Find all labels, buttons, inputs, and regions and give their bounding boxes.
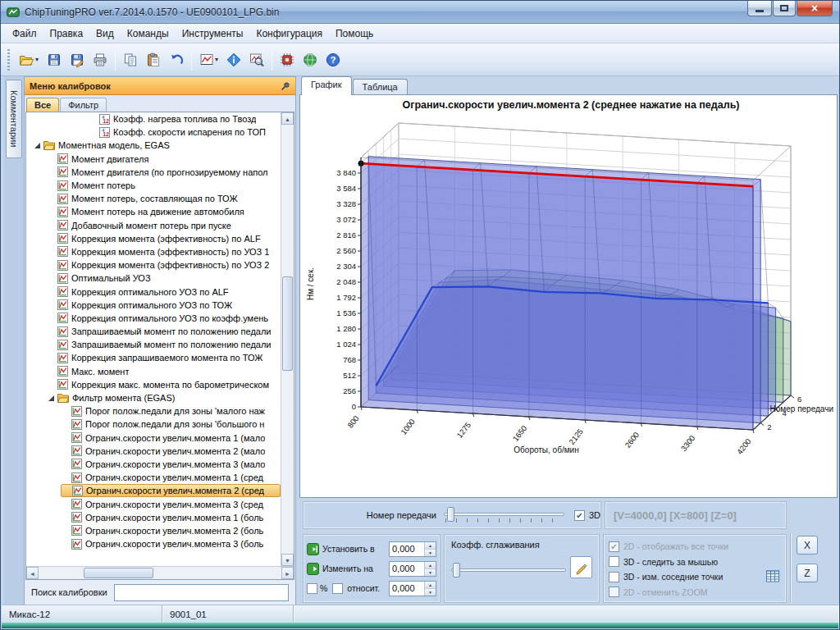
title-bar[interactable]: ChipTuningPRO ver.7.2014.0.1570 - UE0900… (1, 1, 839, 24)
scroll-left-icon[interactable]: ◄ (26, 567, 39, 579)
spin-up-icon[interactable]: ▲ (425, 582, 436, 589)
change-value-spinner[interactable]: 0,000 ▲▼ (389, 561, 436, 577)
tree-item[interactable]: Огранич.скорости увелич.момента 3 (сред (26, 497, 281, 510)
zoom-button[interactable] (246, 48, 267, 71)
scroll-down-icon[interactable]: ▼ (281, 554, 294, 566)
spin-up-icon[interactable]: ▲ (425, 562, 436, 569)
spin-down-icon[interactable]: ▼ (425, 550, 436, 556)
expand-toggle-icon[interactable] (34, 143, 43, 148)
copy-button[interactable] (120, 48, 141, 71)
tree-item[interactable]: Момент двигателя (26, 153, 281, 166)
filter-tab-Фильтр[interactable]: Фильтр (60, 98, 107, 112)
horizontal-scroll-thumb[interactable] (84, 568, 153, 578)
calibration-search-input[interactable] (114, 584, 289, 601)
relative-field[interactable]: 0,000 (390, 582, 424, 596)
tree-item[interactable]: Момент потерь, составляющая по ТОЖ (26, 192, 281, 205)
set-value-field[interactable]: 0,000 (390, 542, 424, 556)
relative-spinner[interactable]: 0,000 ▲▼ (389, 581, 436, 596)
print-button[interactable] (89, 48, 111, 71)
tree-item[interactable]: Запрашиваемый момент по положению педали (26, 338, 281, 351)
tree-item[interactable]: Момент потерь на движение автомобиля (26, 205, 281, 218)
tree-item[interactable]: Порог полож.педали для зоны 'малого наж (26, 404, 281, 418)
open-button[interactable]: ▾ (16, 48, 42, 71)
option-checkbox-1[interactable]: 3D - следить за мышью (609, 555, 781, 570)
3d-checkbox-box[interactable]: ✔ (574, 510, 585, 521)
menu-item-1[interactable]: Правка (43, 24, 90, 43)
relative-checkbox[interactable] (332, 583, 343, 594)
minimize-button[interactable] (747, 1, 772, 16)
tree-item[interactable]: Макс. момент (26, 365, 281, 378)
tree-item[interactable]: Момент двигателя (по прогнозируемому нап… (26, 166, 281, 179)
tree-horizontal-scrollbar[interactable]: ◄ ► (26, 566, 294, 579)
tree-item[interactable]: Огранич.скорости увелич.момента 2 (сред (26, 484, 281, 497)
save-as-button[interactable] (66, 48, 88, 71)
gear-slider[interactable] (444, 505, 564, 525)
tree-item[interactable]: Коррекция момента (эффективность) по УОЗ… (26, 258, 281, 272)
tree-item[interactable]: Коррекция оптимального УОЗ по ALF (26, 285, 281, 298)
axis-button-x[interactable]: X (797, 536, 818, 555)
slider-track[interactable] (451, 568, 566, 572)
tree-item[interactable]: Коррекция оптимального УОЗ по коэфф.умен… (26, 312, 281, 325)
info-button[interactable] (223, 48, 244, 71)
slider-thumb[interactable] (447, 507, 454, 522)
tree-item[interactable]: Огранич.скорости увелич.момента 1 (мало (26, 431, 281, 445)
spin-up-icon[interactable]: ▲ (425, 542, 436, 550)
expand-toggle-icon[interactable] (48, 395, 57, 401)
maximize-button[interactable] (773, 1, 796, 16)
menu-item-3[interactable]: Команды (121, 24, 176, 43)
percent-checkbox[interactable] (307, 583, 317, 594)
module-button[interactable] (276, 48, 298, 71)
menu-item-6[interactable]: Помощь (329, 24, 380, 43)
menu-item-5[interactable]: Конфигурация (249, 24, 329, 43)
checkbox-box[interactable] (609, 556, 619, 567)
spin-down-icon[interactable]: ▼ (425, 569, 436, 576)
spin-down-icon[interactable]: ▼ (425, 589, 436, 596)
tree-item[interactable]: 412Коэфф. нагрева топлива по Твозд (26, 112, 281, 126)
tree-item[interactable]: Огранич.скорости увелич.момента 1 (боль (26, 511, 281, 524)
tree-item[interactable]: Огранич.скорости увелич.момента 3 (мало (26, 458, 281, 471)
tree-item[interactable]: Коррекция запрашиваемого момента по ТОЖ (26, 351, 281, 364)
connect-button[interactable] (299, 48, 321, 71)
menu-item-4[interactable]: Инструменты (176, 24, 250, 43)
pin-icon[interactable] (281, 81, 290, 91)
tree-item[interactable]: Оптимальный УОЗ (26, 272, 281, 285)
tree-item[interactable]: Огранич.скорости увелич.момента 2 (боль (26, 524, 281, 537)
tree-item[interactable]: Добавочный момент потерь при пуске (26, 219, 281, 232)
comments-tab[interactable]: Комментарии (6, 80, 22, 158)
tree-item[interactable]: Коррекция оптимального УОЗ по ТОЖ (26, 299, 281, 312)
tree-item[interactable]: Коррекция момента (эффективность) по УОЗ… (26, 245, 281, 258)
edit-scale-button[interactable] (570, 556, 592, 578)
tree-item[interactable]: Коррекция макс. момента по барометрическ… (26, 378, 281, 391)
tab-Таблица[interactable]: Таблица (353, 79, 408, 94)
slider-thumb[interactable] (453, 563, 460, 578)
tree-folder[interactable]: Фильтр момента (EGAS) (26, 391, 281, 404)
tree-item[interactable]: Огранич.скорости увелич.момента 2 (мало (26, 445, 281, 458)
smoothing-slider[interactable] (451, 561, 566, 581)
tree-item[interactable]: Запрашиваемый момент по положению педали (26, 325, 281, 338)
undo-button[interactable] (166, 48, 187, 71)
menu-item-2[interactable]: Вид (89, 24, 121, 43)
tab-График[interactable]: График (301, 76, 352, 95)
filter-tab-Все[interactable]: Все (26, 98, 59, 112)
tree-vertical-scrollbar[interactable]: ▲ ▼ (281, 112, 294, 566)
paste-button[interactable] (143, 48, 164, 71)
close-button[interactable]: × (797, 1, 833, 16)
tree-folder[interactable]: Моментная модель, EGAS (26, 139, 281, 152)
save-button[interactable] (43, 48, 65, 71)
grid-icon[interactable] (766, 570, 779, 582)
menu-item-0[interactable]: Файл (6, 24, 43, 43)
tree-item[interactable]: Огранич.скорости увелич.момента 3 (боль (26, 537, 281, 550)
scroll-right-icon[interactable]: ► (281, 567, 294, 579)
set-value-spinner[interactable]: 0,000 ▲▼ (389, 541, 436, 557)
scroll-up-icon[interactable]: ▲ (281, 112, 294, 125)
checkbox-box[interactable] (609, 572, 619, 582)
toolbar-grip[interactable] (7, 49, 10, 71)
change-value-field[interactable]: 0,000 (390, 562, 424, 576)
vertical-scroll-thumb[interactable] (282, 276, 293, 371)
chart-3d[interactable]: Огранич.скорости увелич.момента 2 (средн… (300, 95, 837, 497)
help-button[interactable]: ? (322, 48, 344, 71)
chart-view-button[interactable]: ▾ (196, 48, 221, 71)
tree-item[interactable]: Момент потерь (26, 179, 281, 192)
3d-checkbox[interactable]: ✔ 3D (574, 510, 600, 521)
tree-item[interactable]: Огранич.скорости увелич.момента 1 (сред (26, 471, 281, 484)
